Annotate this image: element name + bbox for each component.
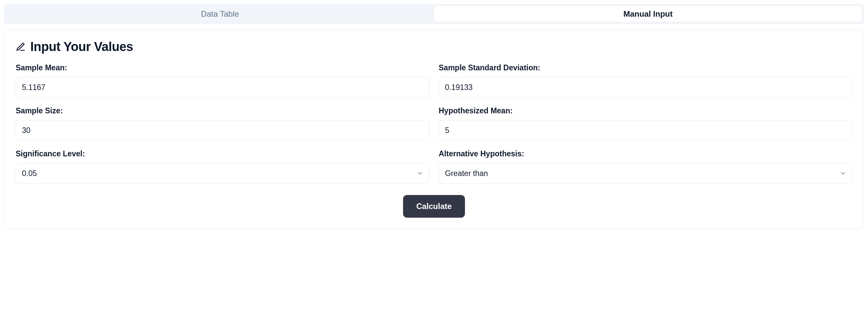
pencil-icon bbox=[16, 42, 26, 52]
group-sample-mean: Sample Mean: bbox=[16, 63, 429, 98]
group-sample-size: Sample Size: bbox=[16, 106, 429, 141]
card-header: Input Your Values bbox=[16, 40, 852, 54]
alt-hyp-select-wrap bbox=[439, 163, 852, 184]
alt-hyp-select[interactable] bbox=[439, 163, 852, 184]
sig-level-select[interactable] bbox=[16, 163, 429, 184]
sample-size-input[interactable] bbox=[16, 120, 429, 141]
calculate-button[interactable]: Calculate bbox=[403, 195, 465, 218]
sig-level-select-wrap bbox=[16, 163, 429, 184]
sample-mean-input[interactable] bbox=[16, 77, 429, 98]
hyp-mean-input[interactable] bbox=[439, 120, 852, 141]
group-alt-hyp: Alternative Hypothesis: bbox=[439, 149, 852, 184]
group-hyp-mean: Hypothesized Mean: bbox=[439, 106, 852, 141]
tab-data-table[interactable]: Data Table bbox=[6, 6, 434, 22]
card-title: Input Your Values bbox=[30, 40, 133, 54]
label-hyp-mean: Hypothesized Mean: bbox=[439, 106, 852, 115]
tab-manual-input[interactable]: Manual Input bbox=[434, 6, 862, 22]
label-sample-size: Sample Size: bbox=[16, 106, 429, 115]
group-sample-std: Sample Standard Deviation: bbox=[439, 63, 852, 98]
sample-std-input[interactable] bbox=[439, 77, 852, 98]
label-alt-hyp: Alternative Hypothesis: bbox=[439, 149, 852, 158]
label-sample-std: Sample Standard Deviation: bbox=[439, 63, 852, 72]
input-card: Input Your Values Sample Mean: Sample St… bbox=[4, 30, 864, 229]
form-grid: Sample Mean: Sample Standard Deviation: … bbox=[16, 63, 852, 184]
button-row: Calculate bbox=[16, 195, 852, 218]
tab-bar: Data Table Manual Input bbox=[4, 4, 864, 24]
label-sig-level: Significance Level: bbox=[16, 149, 429, 158]
label-sample-mean: Sample Mean: bbox=[16, 63, 429, 72]
group-sig-level: Significance Level: bbox=[16, 149, 429, 184]
